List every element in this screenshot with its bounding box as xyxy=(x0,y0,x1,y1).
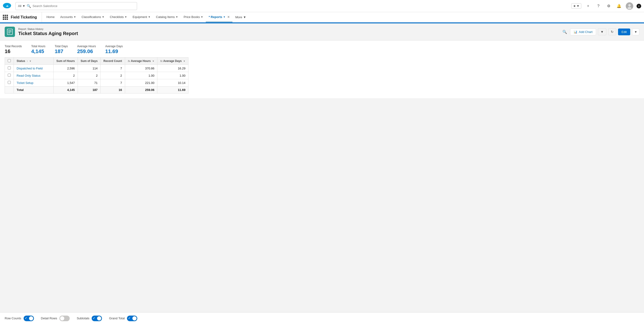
row-avg-days: 16.29 xyxy=(158,65,188,72)
nav-label-classifications: Classifications xyxy=(82,15,101,19)
row-status: Read Only Status xyxy=(14,72,54,79)
fx-avg-hours-icon: fx xyxy=(128,60,130,62)
search-prefix-label: All xyxy=(18,4,21,8)
nav-item-accounts[interactable]: Accounts ▼ xyxy=(57,12,78,22)
nav-item-price-books[interactable]: Price Books ▼ xyxy=(181,12,206,22)
more-actions-button[interactable]: ▼ xyxy=(632,28,639,35)
header-sum-days: Sum of Days xyxy=(78,58,100,65)
info-button[interactable]: i xyxy=(636,4,641,8)
stat-total-days: Total Days 187 xyxy=(55,45,68,54)
app-name: Field Ticketing xyxy=(11,12,42,22)
edit-button[interactable]: Edit xyxy=(618,28,630,35)
stat-value-avg-hours: 259.06 xyxy=(77,48,96,54)
row-sum-days: 2 xyxy=(78,72,100,79)
app-grid-icon[interactable] xyxy=(3,15,8,20)
row-checkbox[interactable] xyxy=(8,81,11,84)
header-avg-days-label: Average Days xyxy=(163,60,182,63)
salesforce-logo[interactable]: ☁ xyxy=(3,2,11,10)
row-avg-days: 1.00 xyxy=(158,72,188,79)
nav-label-price-books: Price Books xyxy=(184,15,200,19)
reports-close-icon[interactable]: ✕ xyxy=(227,16,230,19)
page-header-left: Report: Status History Ticket Status Agi… xyxy=(5,27,78,37)
notifications-button[interactable]: 🔔 xyxy=(616,2,622,10)
search-prefix: All ▼ xyxy=(18,4,25,8)
table-header-row: Status ↑ ▼ Sum of Hours Sum of Days xyxy=(5,58,188,65)
nav-item-checklists[interactable]: Checklists ▼ xyxy=(107,12,130,22)
header-sum-hours-label: Sum of Hours xyxy=(56,60,75,63)
select-all-checkbox[interactable] xyxy=(8,59,11,62)
report-meta: Report: Status History Ticket Status Agi… xyxy=(18,28,78,36)
avg-days-filter-icon[interactable]: ▼ xyxy=(183,60,186,62)
pricebooks-caret: ▼ xyxy=(201,16,203,18)
status-link[interactable]: Read Only Status xyxy=(16,74,40,78)
table-row: Ticket Setup 1,547 71 7 221.00 10.14 xyxy=(5,79,188,86)
status-filter-icon[interactable]: ▼ xyxy=(29,60,32,62)
settings-button[interactable]: ⚙ xyxy=(605,2,612,10)
stat-label-total-hours: Total Hours xyxy=(31,45,45,48)
help-button[interactable]: ? xyxy=(595,2,602,10)
total-label: Total xyxy=(14,86,54,94)
header-avg-days: fx Average Days ▼ xyxy=(158,58,188,65)
row-checkbox[interactable] xyxy=(8,66,11,70)
search-prefix-caret[interactable]: ▼ xyxy=(22,4,25,8)
header-record-count-label: Record Count xyxy=(103,60,122,63)
add-button[interactable]: ＋ xyxy=(584,2,592,10)
nav-item-reports[interactable]: * Reports ▼ ✕ xyxy=(206,12,232,22)
search-report-button[interactable]: 🔍 xyxy=(561,28,568,35)
add-chart-button[interactable]: 📊 Add Chart xyxy=(570,28,596,35)
add-chart-icon: 📊 xyxy=(574,30,577,34)
report-breadcrumb: Report: Status History xyxy=(18,28,78,30)
row-checkbox-cell xyxy=(5,65,14,72)
equipment-caret: ▼ xyxy=(148,16,150,18)
row-avg-hours: 1.00 xyxy=(125,72,158,79)
top-bar-actions: ★ ▼ ＋ ? ⚙ 🔔 i xyxy=(571,2,641,10)
header-avg-hours: fx Average Hours ▼ xyxy=(125,58,158,65)
stat-label-total-days: Total Days xyxy=(55,45,68,48)
filter-button[interactable]: ▼ xyxy=(598,28,606,35)
status-link[interactable]: Dispatched to Field xyxy=(16,66,42,70)
favorites-button[interactable]: ★ ▼ xyxy=(571,3,581,9)
row-checkbox-cell xyxy=(5,72,14,79)
search-input[interactable] xyxy=(32,4,134,8)
nav-label-equipment: Equipment xyxy=(132,15,147,19)
nav-item-more[interactable]: More ▼ xyxy=(232,12,249,22)
stat-total-hours: Total Hours 4,145 xyxy=(31,45,45,54)
nav-item-equipment[interactable]: Equipment ▼ xyxy=(130,12,153,22)
header-checkbox-cell xyxy=(5,58,14,65)
report-title: Ticket Status Aging Report xyxy=(18,31,78,36)
report-icon xyxy=(5,27,15,37)
nav-item-catalog-items[interactable]: Catalog Items ▼ xyxy=(153,12,181,22)
total-avg-hours: 259.06 xyxy=(125,86,158,94)
star-icon: ★ xyxy=(573,4,576,8)
avatar[interactable] xyxy=(626,2,633,10)
status-sort-icon[interactable]: ↑ xyxy=(27,60,28,62)
svg-point-3 xyxy=(628,4,631,6)
row-record-count: 2 xyxy=(100,72,125,79)
nav-label-home: Home xyxy=(46,15,55,19)
stat-value-avg-days: 11.69 xyxy=(105,48,123,54)
svg-text:☁: ☁ xyxy=(6,4,8,7)
summary-bar: Total Records 16 Total Hours 4,145 Total… xyxy=(0,40,644,57)
nav-item-classifications[interactable]: Classifications ▼ xyxy=(79,12,107,22)
reports-caret: ▼ xyxy=(223,16,226,18)
search-icon: 🔍 xyxy=(27,4,31,8)
refresh-button[interactable]: ↻ xyxy=(608,28,616,35)
top-bar: ☁ All ▼ 🔍 ★ ▼ ＋ ? ⚙ 🔔 i xyxy=(0,0,644,12)
report-table: Status ↑ ▼ Sum of Hours Sum of Days xyxy=(5,57,188,94)
report-table-area: Status ↑ ▼ Sum of Hours Sum of Days xyxy=(0,57,644,98)
header-sum-hours: Sum of Hours xyxy=(54,58,78,65)
row-sum-days: 114 xyxy=(78,65,100,72)
row-avg-days: 10.14 xyxy=(158,79,188,86)
row-status: Ticket Setup xyxy=(14,79,54,86)
status-link[interactable]: Ticket Setup xyxy=(16,81,34,84)
stat-label-total-records: Total Records xyxy=(5,45,22,48)
row-record-count: 7 xyxy=(100,65,125,72)
row-checkbox[interactable] xyxy=(8,74,11,77)
nav-item-home[interactable]: Home xyxy=(44,12,58,22)
header-avg-hours-label: Average Hours xyxy=(131,60,150,63)
stat-total-records: Total Records 16 xyxy=(5,45,22,54)
total-sum-days: 187 xyxy=(78,86,100,94)
avg-hours-filter-icon[interactable]: ▼ xyxy=(152,60,154,62)
row-checkbox-cell xyxy=(5,79,14,86)
header-record-count: Record Count xyxy=(100,58,125,65)
